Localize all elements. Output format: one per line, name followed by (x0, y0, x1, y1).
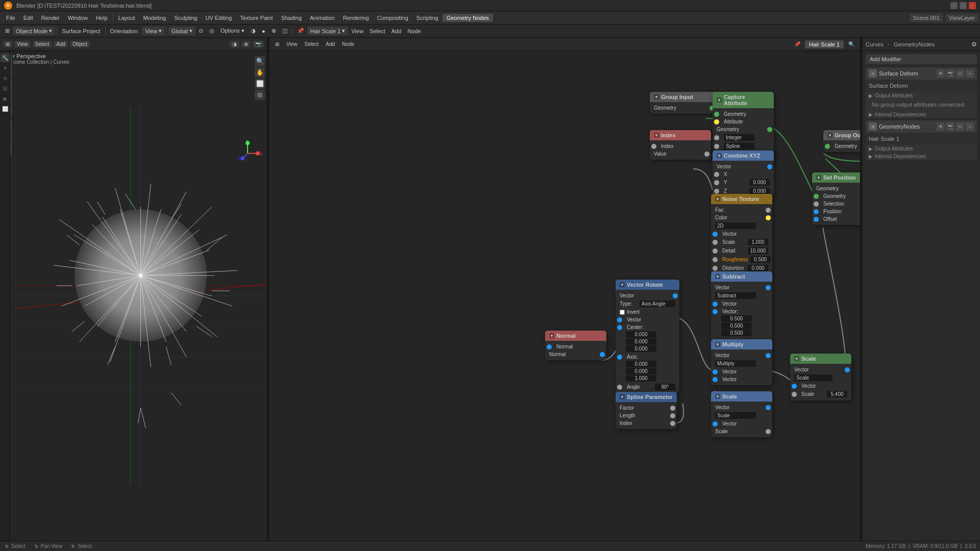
ne-search[interactable]: 🔍 (846, 41, 857, 47)
position-socket[interactable] (814, 209, 819, 214)
scale-final-dropdown[interactable]: Scale (794, 374, 832, 381)
value-out-socket[interactable] (704, 152, 709, 157)
output-attrs-section-2[interactable]: ▶ Output Attributes (866, 145, 977, 153)
snap-btn[interactable]: ⊙ (195, 27, 206, 35)
workspace-uv[interactable]: UV Editing (201, 14, 236, 22)
roughness-value[interactable]: 0.500 (750, 256, 771, 263)
node-scale-vector[interactable]: ▼ Scale Vector Scale Vector (711, 391, 772, 437)
invert-checkbox[interactable] (620, 310, 625, 315)
collapse-btn[interactable]: ▼ (549, 333, 554, 338)
vector-out-socket[interactable] (673, 293, 678, 298)
node-noise-texture[interactable]: ▼ Noise Texture Fac Color 2D (711, 194, 772, 274)
vp-camera[interactable]: 📷 (253, 41, 264, 47)
workspace-shading[interactable]: Shading (277, 14, 306, 22)
maximize-button[interactable]: □ (960, 2, 967, 9)
object-mode-dropdown[interactable]: Object Mode ▾ (13, 27, 55, 35)
viewlayer-selector[interactable]: ViewLayer (946, 14, 978, 22)
y-value[interactable]: 0.000 (749, 179, 770, 186)
normal-out-socket[interactable] (600, 352, 605, 357)
shading-solid-btn[interactable]: ◑ (248, 27, 259, 35)
editor-type-icon[interactable]: ⊞ (2, 27, 13, 35)
collapse-btn[interactable]: ▼ (715, 394, 720, 399)
vector-in2-socket[interactable] (713, 377, 718, 382)
index-in-socket[interactable] (651, 144, 656, 149)
close-button[interactable]: × (969, 2, 976, 9)
ne-node-btn[interactable]: Node (339, 41, 357, 47)
workspace-modeling[interactable]: Modeling (139, 14, 170, 22)
modifier-surface-deform-header[interactable]: ≋ Surface Deform 👁 📷 ✏ × (866, 67, 977, 80)
scene-selector[interactable]: Scene.001 (910, 14, 943, 22)
center-y[interactable]: 0.000 (626, 338, 656, 345)
pin-btn[interactable]: 📌 (294, 27, 307, 35)
center-x[interactable]: 0.000 (626, 331, 656, 338)
collapse-btn[interactable]: ▼ (620, 394, 625, 399)
factor-out-socket[interactable] (670, 406, 675, 411)
vp-shading-solid[interactable]: ◑ (230, 41, 239, 47)
scale-val-socket[interactable] (792, 392, 797, 397)
modifier-geonodes-header[interactable]: ⊞ GeometryNodes 👁 📷 ✏ × (866, 120, 977, 133)
vector-in1-socket[interactable] (713, 302, 718, 307)
menu-file[interactable]: File (2, 14, 19, 22)
vp-zoom-in[interactable]: 🔍 (255, 56, 265, 66)
vp-editor-icon[interactable]: ⊞ (3, 41, 12, 47)
mod-render-btn[interactable]: 📷 (946, 69, 954, 78)
ne-active-group[interactable]: Hair Scale 1 (805, 40, 844, 48)
collapse-btn[interactable]: ▼ (717, 97, 722, 103)
menu-window[interactable]: Window (64, 14, 92, 22)
node-set-position[interactable]: ▼ Set Position Geometry Geometry Selecti… (812, 172, 861, 225)
z-socket[interactable] (714, 189, 719, 194)
collapse-btn[interactable]: ▼ (654, 94, 659, 99)
vector-in-socket[interactable] (617, 317, 622, 322)
node-group-input[interactable]: ▼ Group Input Geometry (650, 92, 716, 114)
ne-pin[interactable]: 📌 (792, 41, 803, 47)
workspace-compositing[interactable]: Compositing (373, 14, 412, 22)
scale-value[interactable]: 1.000 (748, 239, 768, 245)
geom-in-socket[interactable] (714, 112, 719, 117)
scale-out-socket[interactable] (766, 429, 771, 434)
vp-grid[interactable]: ⊞ (255, 90, 265, 100)
global-dropdown[interactable]: Global ▾ (168, 27, 195, 35)
ne-select-btn[interactable]: Select (302, 41, 322, 47)
vp-object-btn[interactable]: Object (70, 41, 90, 47)
vp-hand[interactable]: ✋ (255, 67, 265, 78)
workspace-sculpting[interactable]: Sculpting (170, 14, 201, 22)
type-dropdown[interactable]: Axis Angle (640, 300, 675, 307)
type-dropdown[interactable]: Integer (724, 134, 754, 141)
node-index[interactable]: ▼ Index Index Value (650, 130, 711, 160)
angle-value[interactable]: 90° (655, 384, 675, 390)
node-spline-parameter[interactable]: ▼ Spline Parameter Factor Length Index (616, 392, 677, 429)
subtract-dropdown[interactable]: Subtract (715, 292, 756, 299)
angle-socket[interactable] (617, 385, 622, 390)
length-out-socket[interactable] (670, 413, 675, 418)
workspace-geometry-nodes[interactable]: Geometry Nodes (443, 14, 493, 22)
scale-socket[interactable] (713, 240, 718, 245)
orientation-dropdown[interactable]: View ▾ (142, 27, 165, 35)
vp-select-btn[interactable]: Select (33, 41, 52, 47)
output-attrs-section-1[interactable]: ▶ Output Attributes (866, 92, 977, 99)
center-socket[interactable] (617, 325, 622, 330)
collapse-btn[interactable]: ▼ (715, 196, 720, 202)
vector-out-socket[interactable] (767, 164, 772, 169)
proportional-btn[interactable]: ◎ (206, 27, 217, 35)
viewport-canvas[interactable]: X Y Z 🔍 ✋ ⬜ ⊞ (13, 51, 267, 541)
distortion-socket[interactable] (713, 266, 718, 271)
sub-y[interactable]: 0.500 (721, 322, 752, 329)
node-combine-xyz[interactable]: ▼ Combine XYZ Vector X Y 0.000 (713, 151, 774, 197)
fac-out-socket[interactable] (766, 208, 771, 213)
vp-add-btn[interactable]: Add (54, 41, 68, 47)
node-subtract[interactable]: ▼ Subtract Vector Subtract Vector (711, 271, 772, 340)
sub-x[interactable]: 0.500 (721, 315, 752, 322)
vp-overlay[interactable]: ⊕ (241, 41, 251, 47)
axis-y[interactable]: 0.000 (626, 368, 656, 374)
detail-value[interactable]: 15.000 (748, 247, 768, 254)
menu-edit[interactable]: Edit (19, 14, 37, 22)
node-canvas[interactable]: ▼ Group Input Geometry ▼ Capture Attribu… (270, 51, 860, 541)
spline-socket[interactable] (714, 144, 719, 149)
node-normal[interactable]: ▼ Normal Normal Normal (545, 331, 606, 360)
mod-realtime-btn-2[interactable]: 👁 (937, 122, 945, 131)
collapse-btn[interactable]: ▼ (827, 133, 832, 138)
workspace-scripting[interactable]: Scripting (412, 14, 443, 22)
view-btn-ne[interactable]: View (348, 27, 366, 35)
xray-btn[interactable]: ◫ (279, 27, 290, 35)
sub-z[interactable]: 0.500 (721, 330, 752, 336)
